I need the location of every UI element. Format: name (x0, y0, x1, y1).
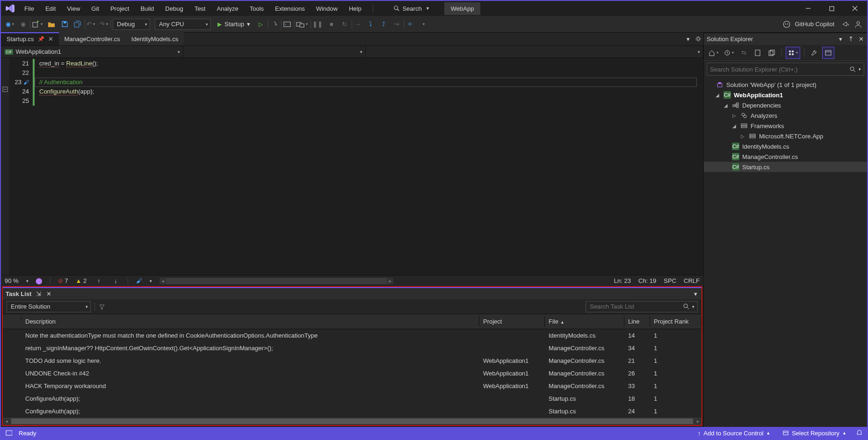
redo-button[interactable]: ↷▾ (98, 18, 110, 30)
menu-window[interactable]: Window (311, 2, 343, 15)
collapse-icon[interactable] (2, 86, 8, 93)
task-row[interactable]: ConfigureAuth(app);Startup.cs181 (3, 392, 702, 405)
close-button[interactable] (845, 1, 865, 16)
editor-tab[interactable]: IdentityModels.cs (126, 32, 184, 45)
solexp-search-input[interactable] (710, 66, 846, 73)
output-icon[interactable] (6, 430, 12, 436)
menu-extensions[interactable]: Extensions (269, 2, 311, 15)
col-description[interactable]: Description (22, 316, 479, 327)
zoom-level[interactable]: 90 % (5, 277, 19, 284)
menu-file[interactable]: File (19, 2, 40, 15)
menu-help[interactable]: Help (343, 2, 367, 15)
task-search-input[interactable] (590, 303, 680, 310)
github-copilot-button[interactable]: GitHub Copilot (779, 20, 838, 29)
warning-count[interactable]: ▲ 2 (76, 277, 87, 284)
history-icon[interactable]: ▾ (722, 47, 736, 59)
filter-icon[interactable] (99, 303, 105, 310)
tree-netcore[interactable]: ▷Microsoft.NETCore.App (704, 131, 867, 141)
toolbar-overflow-icon[interactable]: ▾ (417, 18, 429, 30)
notifications-icon[interactable] (856, 430, 862, 436)
task-row[interactable]: HACK Temporary workaroundWebApplication1… (3, 380, 702, 392)
menu-git[interactable]: Git (86, 2, 105, 15)
tree-dependencies[interactable]: ◢Dependencies (704, 100, 867, 110)
task-search[interactable]: ▾ (586, 301, 698, 312)
account-button[interactable] (852, 18, 864, 30)
solexp-search[interactable]: ▾ (707, 63, 864, 76)
start-nodebug-button[interactable]: ▷ (255, 18, 267, 30)
title-search[interactable]: Search ▼ (388, 4, 435, 14)
task-h-scrollbar[interactable] (3, 418, 702, 425)
show-all-icon[interactable]: ▾ (786, 47, 800, 59)
tree-solution[interactable]: Solution 'WebApp' (1 of 1 project) (704, 79, 867, 90)
minimize-button[interactable] (798, 1, 818, 16)
search-options-icon[interactable]: ▾ (692, 304, 694, 309)
panel-menu-icon[interactable]: ▾ (837, 36, 844, 43)
whitespace-mode[interactable]: SPC (664, 277, 676, 284)
hot-reload-button[interactable] (268, 18, 280, 30)
undo-button[interactable]: ↶▾ (85, 18, 97, 30)
live-share-button[interactable]: ▾ (294, 18, 310, 30)
menu-test[interactable]: Test (189, 2, 211, 15)
pin-icon[interactable]: ⤒ (847, 36, 854, 43)
scope-combo[interactable]: C#WebApplication1 (1, 46, 183, 58)
open-button[interactable] (45, 18, 58, 30)
tree-frameworks[interactable]: ◢Frameworks (704, 121, 867, 131)
pin-icon[interactable]: ⇲ (35, 290, 42, 297)
col-file[interactable]: File▲ (545, 316, 624, 327)
prev-issue-icon[interactable]: ↑ (94, 277, 103, 284)
nav-back-button[interactable]: ◉▾ (4, 18, 16, 30)
tree-analyzers[interactable]: ▷Analyzers (704, 110, 867, 121)
tab-settings-icon[interactable] (693, 32, 703, 45)
task-row[interactable]: UNDONE Check-in #42WebApplication1Manage… (3, 367, 702, 380)
member-combo[interactable] (366, 46, 703, 58)
close-icon[interactable]: ✕ (45, 290, 52, 297)
menu-debug[interactable]: Debug (159, 2, 188, 15)
tree-project[interactable]: ◢C#WebApplication1 (704, 90, 867, 100)
solution-tree[interactable]: Solution 'WebApp' (1 of 1 project) ◢C#We… (704, 78, 867, 427)
menu-build[interactable]: Build (135, 2, 159, 15)
save-button[interactable] (58, 18, 71, 30)
share-button[interactable] (839, 18, 851, 30)
type-combo[interactable] (183, 46, 366, 58)
docs-icon[interactable] (766, 47, 778, 59)
tree-file[interactable]: C#ManageController.cs (704, 151, 867, 162)
task-row[interactable]: return _signInManager?? HttpContent.GetO… (3, 342, 702, 354)
search-icon[interactable] (849, 66, 856, 72)
cleanup-icon[interactable]: 🖌 (136, 278, 142, 284)
menu-analyze[interactable]: Analyze (211, 2, 244, 15)
close-tab-icon[interactable]: ✕ (48, 36, 53, 43)
intellicode-icon[interactable]: ✧ (404, 18, 416, 30)
wrench-icon[interactable] (808, 47, 820, 59)
code-area[interactable]: cred_in = ReadLine();// AuthenticationCo… (35, 58, 703, 275)
preview-icon[interactable] (822, 47, 834, 59)
task-row[interactable]: Note the authenticationType must match t… (3, 329, 702, 342)
browser-link-button[interactable] (281, 18, 293, 30)
nav-fwd-button[interactable]: ◉ (17, 18, 29, 30)
col-project[interactable]: Project (479, 316, 545, 327)
search-options-icon[interactable]: ▾ (859, 67, 861, 72)
select-repository[interactable]: Select Repository▲ (780, 430, 849, 437)
panel-menu-icon[interactable]: ▾ (692, 290, 699, 297)
editor-tab[interactable]: ManageController.cs (59, 32, 126, 45)
menu-tools[interactable]: Tools (244, 2, 269, 15)
col-rank[interactable]: Project Rank (650, 316, 702, 327)
maximize-button[interactable] (821, 1, 842, 16)
tree-file[interactable]: C#Startup.cs (704, 162, 867, 172)
tree-file[interactable]: C#IdentityModels.cs (704, 141, 867, 151)
menu-view[interactable]: View (61, 2, 86, 15)
next-issue-icon[interactable]: ↓ (111, 277, 120, 284)
home-icon[interactable]: ▾ (707, 47, 720, 59)
horizontal-scrollbar[interactable] (159, 278, 393, 284)
scope-filter-combo[interactable]: Entire Solution (7, 301, 91, 312)
start-debug-button[interactable]: ▶Startup▾ (214, 18, 254, 30)
tab-dropdown-icon[interactable]: ▾ (683, 32, 693, 45)
new-item-button[interactable]: ▾ (30, 18, 44, 30)
col-line[interactable]: Line (624, 316, 650, 327)
close-icon[interactable]: ✕ (858, 36, 864, 43)
editor-tab[interactable]: Startup.cs📌✕ (1, 32, 59, 45)
code-editor[interactable]: 212223🖌2425 cred_in = ReadLine();// Auth… (1, 58, 703, 275)
search-icon[interactable] (683, 303, 689, 310)
health-icon[interactable]: ⬤ (36, 278, 43, 284)
menu-edit[interactable]: Edit (40, 2, 61, 15)
error-count[interactable]: ⊘ 7 (58, 277, 68, 284)
